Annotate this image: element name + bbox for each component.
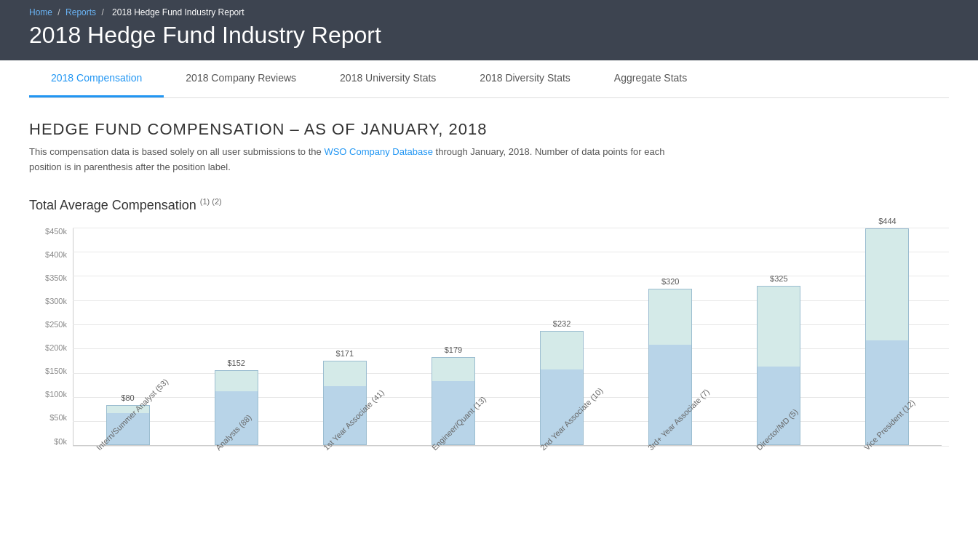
- bar-bonus: [215, 371, 258, 391]
- y-axis-label: $200k: [29, 344, 73, 352]
- bar-group: $444: [833, 228, 942, 445]
- page-title: 2018 Hedge Fund Industry Report: [29, 22, 949, 49]
- bar-bonus: [432, 358, 474, 381]
- bar-group: $320: [616, 228, 725, 445]
- description: This compensation data is based solely o…: [29, 145, 684, 175]
- tab-compensation[interactable]: 2018 Compensation: [29, 60, 164, 97]
- bar-group: $171: [290, 228, 399, 445]
- bar-group: $179: [399, 228, 507, 445]
- bar-value-label: $325: [770, 274, 787, 283]
- breadcrumb-reports[interactable]: Reports: [65, 7, 96, 17]
- breadcrumb: Home / Reports / 2018 Hedge Fund Industr…: [29, 7, 949, 17]
- bar-bonus: [649, 289, 691, 345]
- y-axis-label: $250k: [29, 321, 73, 329]
- bar-bonus: [758, 287, 800, 367]
- y-axis-label: $50k: [29, 414, 73, 422]
- breadcrumb-home[interactable]: Home: [29, 7, 52, 17]
- section-title: HEDGE FUND COMPENSATION – AS OF JANUARY,…: [29, 120, 949, 139]
- chart-title: Total Average Compensation (1) (2): [29, 197, 949, 213]
- wso-link[interactable]: WSO Company Database: [324, 146, 433, 157]
- y-axis-label: $100k: [29, 391, 73, 399]
- y-axis-label: $450k: [29, 228, 73, 236]
- bar-value-label: $444: [878, 217, 896, 225]
- bar-value-label: $179: [445, 345, 462, 354]
- bar-bonus: [866, 229, 908, 340]
- bar-group: $325: [725, 228, 833, 445]
- bar-value-label: $320: [661, 277, 679, 286]
- y-axis-label: $0k: [29, 438, 73, 446]
- tab-company-reviews[interactable]: 2018 Company Reviews: [164, 60, 318, 97]
- y-axis-label: $400k: [29, 251, 73, 259]
- bar-value-label: $80: [121, 393, 134, 402]
- bar-value-label: $171: [336, 349, 354, 358]
- y-axis-label: $300k: [29, 297, 73, 305]
- bar-value-label: $232: [553, 319, 570, 328]
- tab-diversity-stats[interactable]: 2018 Diversity Stats: [458, 60, 592, 97]
- y-axis: $0k$50k$100k$150k$200k$250k$300k$350k$40…: [29, 228, 73, 446]
- bar-value-label: $152: [227, 359, 244, 367]
- content-area: 2018 Compensation 2018 Company Reviews 2…: [0, 60, 978, 560]
- bar-group: $152: [182, 228, 290, 445]
- tab-aggregate-stats[interactable]: Aggregate Stats: [592, 60, 709, 97]
- y-axis-label: $350k: [29, 274, 73, 282]
- bar-group: $232: [508, 228, 616, 445]
- tab-bar: 2018 Compensation 2018 Company Reviews 2…: [29, 60, 949, 98]
- bar-bonus: [541, 332, 583, 369]
- header: Home / Reports / 2018 Hedge Fund Industr…: [0, 0, 978, 60]
- bar-bonus: [324, 361, 366, 386]
- y-axis-label: $150k: [29, 367, 73, 375]
- breadcrumb-current: 2018 Hedge Fund Industry Report: [112, 7, 244, 17]
- chart-bars: $80$152$171$179$232$320$325$444: [73, 228, 942, 446]
- tab-university-stats[interactable]: 2018 University Stats: [318, 60, 458, 97]
